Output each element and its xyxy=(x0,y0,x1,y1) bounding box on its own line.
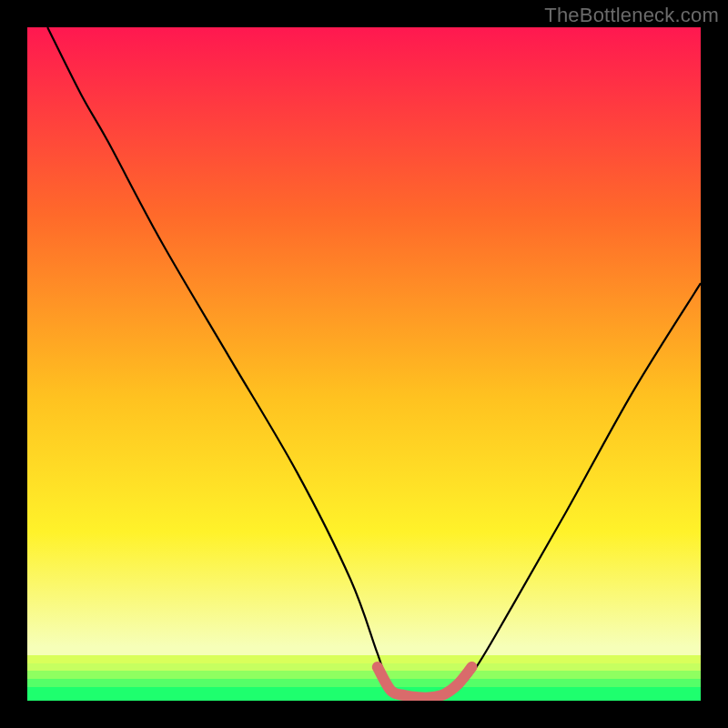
bottleneck-curve xyxy=(27,27,701,701)
highlight-line xyxy=(378,667,472,698)
plot-area xyxy=(27,27,701,701)
chart-frame: TheBottleneck.com xyxy=(0,0,728,728)
curve-line xyxy=(47,27,701,700)
watermark-text: TheBottleneck.com xyxy=(544,4,719,27)
